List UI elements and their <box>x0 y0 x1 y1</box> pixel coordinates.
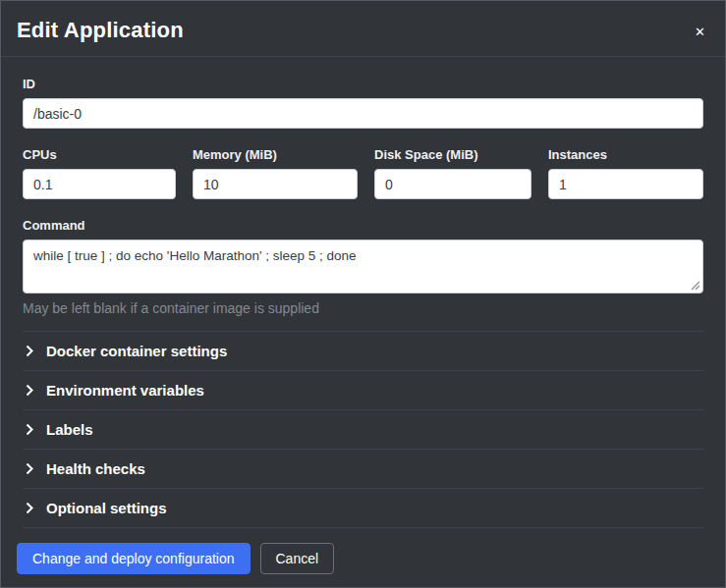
chevron-right-icon <box>26 345 33 357</box>
chevron-right-icon <box>26 462 33 475</box>
id-field: ID <box>23 77 703 129</box>
modal-title: Edit Application <box>17 18 184 43</box>
id-input[interactable] <box>23 98 703 129</box>
close-icon[interactable]: ✕ <box>689 20 711 44</box>
section-health-checks[interactable]: Health checks <box>23 450 703 489</box>
command-textarea[interactable]: while [ true ] ; do echo 'Hello Marathon… <box>23 240 703 294</box>
section-label: Labels <box>46 421 93 438</box>
id-label: ID <box>23 77 703 91</box>
resize-handle-icon[interactable] <box>690 280 700 291</box>
cpus-field: CPUs <box>23 147 176 199</box>
instances-field: Instances <box>548 147 703 199</box>
modal-body: ID CPUs Memory (MiB) Disk Space (MiB) In… <box>1 57 725 528</box>
chevron-right-icon <box>26 423 33 436</box>
memory-input[interactable] <box>193 169 358 199</box>
section-label: Docker container settings <box>46 343 227 359</box>
chevron-right-icon <box>26 502 33 514</box>
cancel-button[interactable]: Cancel <box>260 543 335 574</box>
memory-label: Memory (MiB) <box>193 147 358 162</box>
chevron-right-icon <box>26 384 33 397</box>
modal-header: Edit Application ✕ <box>1 1 725 57</box>
section-environment-variables[interactable]: Environment variables <box>23 371 703 410</box>
collapsible-sections: Docker container settings Environment va… <box>23 331 703 528</box>
command-help-text: May be left blank if a container image i… <box>23 300 703 316</box>
section-label: Health checks <box>46 460 145 477</box>
section-label: Environment variables <box>46 382 204 399</box>
command-label: Command <box>23 218 703 233</box>
memory-field: Memory (MiB) <box>193 147 358 199</box>
edit-application-modal: Edit Application ✕ ID CPUs Memory (MiB) … <box>0 0 726 588</box>
section-labels[interactable]: Labels <box>23 410 703 450</box>
cpus-label: CPUs <box>23 147 176 162</box>
instances-label: Instances <box>548 147 703 162</box>
disk-label: Disk Space (MiB) <box>374 147 531 162</box>
command-field: Command while [ true ] ; do echo 'Hello … <box>23 218 703 316</box>
instances-input[interactable] <box>548 169 703 199</box>
section-label: Optional settings <box>46 500 167 516</box>
disk-field: Disk Space (MiB) <box>374 147 531 199</box>
modal-footer: Change and deploy configuration Cancel <box>1 528 725 588</box>
resources-row: CPUs Memory (MiB) Disk Space (MiB) Insta… <box>23 147 703 199</box>
cpus-input[interactable] <box>23 169 176 199</box>
section-docker-container-settings[interactable]: Docker container settings <box>23 332 703 371</box>
disk-input[interactable] <box>374 169 531 199</box>
change-and-deploy-button[interactable]: Change and deploy configuration <box>17 543 251 574</box>
section-optional-settings[interactable]: Optional settings <box>23 489 703 528</box>
